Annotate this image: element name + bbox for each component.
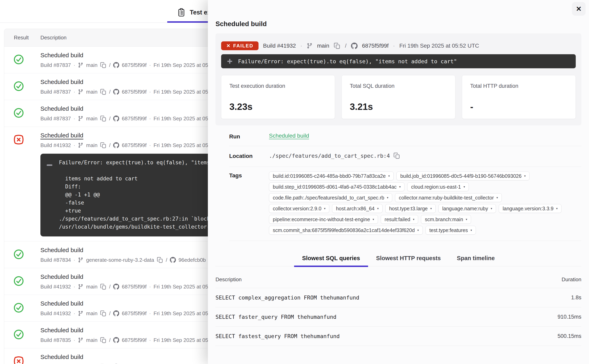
execution-title[interactable]: Scheduled build (40, 273, 219, 281)
location-label: Location (229, 152, 269, 159)
build-number: Build #41932 (40, 310, 71, 317)
passed-check-icon (13, 108, 24, 118)
tag-chip-label: scm.branch:main (425, 217, 463, 222)
execution-title[interactable]: Scheduled build (40, 52, 219, 59)
column-header-result: Result (4, 35, 40, 41)
execution-title[interactable]: Scheduled build (40, 78, 219, 86)
build-number: Build #87837 (40, 62, 71, 68)
detail-tab[interactable]: Span timeline (449, 250, 503, 266)
sql-query-duration: 910.15ms (557, 314, 581, 320)
chevron-down-icon: ▾ (324, 207, 326, 210)
chevron-down-icon: ▾ (377, 207, 379, 210)
tag-chip[interactable]: build.id:01996085-c246-485a-bbd0-79b77a8… (269, 172, 394, 180)
tag-chip-label: build.id:01996085-c246-485a-bbd0-79b77a8… (273, 173, 386, 179)
execution-meta: Build #87837 · main / 6875f5f99f · Fri 1… (40, 89, 219, 95)
tag-chip[interactable]: collector.version:2.9.0 ▾ (269, 204, 329, 213)
execution-meta: Build #41932 · main / 6875f5f99f · Fri 1… (40, 283, 219, 290)
copy-icon[interactable] (157, 257, 163, 263)
location-path: ./spec/features/add_to_cart_spec.rb:4 (269, 153, 390, 159)
tab-test-executions[interactable]: Test ex (177, 8, 211, 17)
branch-name: main (86, 283, 97, 290)
table-row[interactable]: Scheduled build Build #87834 · generate-… (4, 241, 219, 268)
execution-title[interactable]: Scheduled build (40, 105, 219, 112)
failure-summary-text: Failure/Error: expect(true).to eq(false)… (238, 58, 457, 65)
tag-chip[interactable]: build.step_id:01996085-d061-4fa6-a745-03… (269, 182, 404, 191)
branch-name: generate-some-ruby-3.2-data (86, 257, 154, 263)
copy-icon[interactable] (100, 62, 106, 68)
execution-title[interactable]: Scheduled build (40, 132, 219, 139)
table-row[interactable]: Scheduled build Build #87835 · main / 68… (4, 348, 219, 364)
tag-chip[interactable]: build.job_id:01996085-d0c5-44f9-b190-567… (397, 172, 529, 180)
copy-icon[interactable] (100, 89, 106, 95)
git-branch-icon (78, 62, 83, 68)
commit-sha: 96edefcb0b (179, 257, 206, 263)
tag-chip-label: host.type:t3.large (389, 206, 428, 212)
branch-name: main (86, 310, 97, 317)
branch-name: main (86, 62, 97, 68)
table-row[interactable]: Scheduled build Build #41932 · main / 68… (4, 268, 219, 295)
copy-icon[interactable] (100, 310, 106, 317)
execution-date: Fri 19th Sep 2025 at 05: (154, 89, 210, 95)
chevron-down-icon: ▾ (413, 218, 415, 221)
tag-chip[interactable]: result:failed ▾ (381, 215, 418, 224)
copy-icon[interactable] (100, 142, 106, 149)
sql-query-text: SELECT faster_query FROM thehumanfund (216, 314, 336, 320)
tag-chip[interactable]: scm.commit_sha:6875f5f99fedb590836a2c1ca… (269, 226, 423, 235)
tag-chip[interactable]: host.type:t3.large ▾ (385, 204, 436, 213)
copy-icon[interactable] (393, 152, 400, 159)
collapse-icon[interactable] (46, 162, 53, 169)
github-icon (351, 43, 358, 49)
sql-queries-table: Description Duration SELECT complex_aggr… (216, 266, 581, 346)
commit-sha: 6875f5f99f (122, 115, 146, 122)
expand-icon[interactable] (227, 58, 233, 64)
tag-chip[interactable]: language.name:ruby ▾ (438, 204, 496, 213)
tag-chip[interactable]: collector.name:ruby-buildkite-test_colle… (395, 193, 502, 202)
copy-icon[interactable] (334, 42, 341, 49)
tag-chip[interactable]: host.arch:x86_64 ▾ (332, 204, 382, 213)
tags-list: build.id:01996085-c246-485a-bbd0-79b77a8… (269, 172, 562, 235)
detail-tab[interactable]: Slowest SQL queries (294, 250, 368, 266)
table-row[interactable]: Scheduled build Build #87837 · main / 68… (4, 100, 219, 127)
execution-meta: Build #87837 · main / 6875f5f99f · Fri 1… (40, 62, 219, 68)
copy-icon[interactable] (100, 283, 106, 290)
commit-sha: 6875f5f99f (122, 310, 146, 317)
copy-icon[interactable] (100, 115, 106, 122)
table-row[interactable]: Scheduled build Build #87835 · main / 68… (4, 322, 219, 348)
tag-chip[interactable]: scm.branch:main ▾ (421, 215, 471, 224)
metric-card: Total HTTP duration - (462, 75, 576, 119)
commit-sha: 6875f5f99f (122, 283, 146, 290)
run-link[interactable]: Scheduled build (269, 133, 309, 140)
column-header-description: Description (40, 35, 66, 41)
github-icon (113, 142, 119, 148)
passed-check-icon (13, 54, 24, 65)
github-icon (170, 257, 176, 263)
git-branch-icon (78, 257, 83, 263)
tag-chip[interactable]: code.file.path:./spec/features/add_to_ca… (269, 193, 392, 202)
table-row[interactable]: Scheduled build Build #41932 · main / 68… (4, 127, 219, 241)
sql-query-duration: 1.8s (571, 294, 581, 301)
build-number: Build #87837 (40, 89, 71, 95)
tag-chip[interactable]: language.version:3.3.9 ▾ (499, 204, 562, 213)
copy-icon[interactable] (100, 337, 106, 343)
table-row[interactable]: Scheduled build Build #41932 · main / 68… (4, 295, 219, 322)
tag-chip[interactable]: test.type:features ▾ (426, 226, 476, 235)
execution-title[interactable]: Scheduled build (40, 300, 219, 307)
execution-title[interactable]: Scheduled build (40, 246, 219, 254)
failed-x-icon (13, 134, 24, 145)
failure-log-text: Failure/Error: expect(true).to eq(false)… (59, 158, 211, 231)
clipboard-icon (177, 8, 186, 17)
execution-title[interactable]: Scheduled build (40, 326, 219, 334)
tag-chip-label: collector.name:ruby-buildkite-test_colle… (399, 195, 494, 201)
execution-title[interactable]: Scheduled build (40, 353, 219, 361)
branch-name: main (86, 89, 97, 95)
execution-meta: Build #87834 · generate-some-ruby-3.2-da… (40, 257, 219, 263)
tag-chip[interactable]: cloud.region:us-east-1 ▾ (407, 182, 469, 191)
failure-log-block: Failure/Error: expect(true).to eq(false)… (40, 154, 211, 236)
github-icon (113, 284, 119, 290)
tag-chip[interactable]: pipeline:ecommerce-inc-without-test-engi… (269, 215, 378, 224)
detail-tabs: Slowest SQL queries Slowest HTTP request… (216, 250, 581, 266)
detail-tab[interactable]: Slowest HTTP requests (368, 250, 449, 266)
table-row[interactable]: Scheduled build Build #87837 · main / 68… (4, 47, 219, 73)
git-branch-icon (78, 284, 83, 289)
table-row[interactable]: Scheduled build Build #87837 · main / 68… (4, 73, 219, 100)
